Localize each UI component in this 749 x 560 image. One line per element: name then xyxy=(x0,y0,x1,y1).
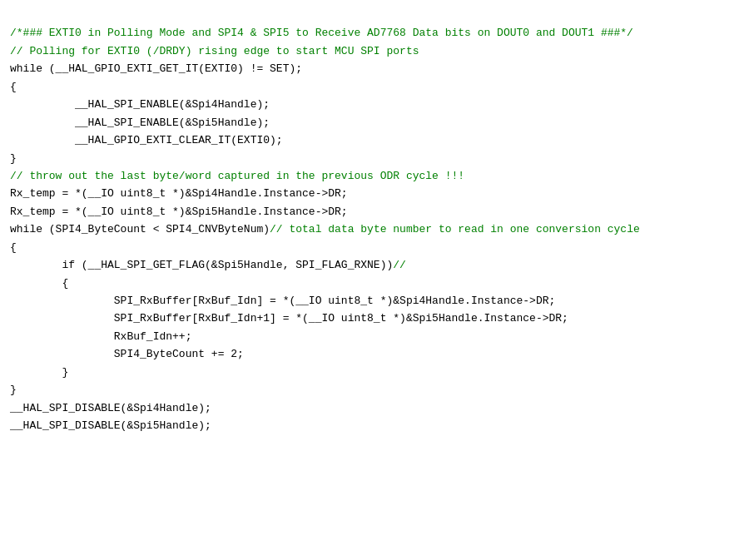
code-line: if (__HAL_SPI_GET_FLAG(&Spi5Handle, SPI_… xyxy=(10,256,739,274)
code-line: while (__HAL_GPIO_EXTI_GET_IT(EXTI0) != … xyxy=(10,60,739,77)
code-segment: while (SPI4_ByteCount < SPI4_CNVByteNum) xyxy=(10,223,270,235)
code-line: __HAL_SPI_ENABLE(&Spi4Handle); xyxy=(10,96,739,113)
code-segment: // total data byte number to read in one… xyxy=(270,223,640,235)
code-line: { xyxy=(10,239,739,256)
code-line: Rx_temp = *(__IO uint8_t *)&Spi4Handle.I… xyxy=(10,185,739,202)
code-segment: // xyxy=(393,259,406,271)
code-line: SPI_RxBuffer[RxBuf_Idn] = *(__IO uint8_t… xyxy=(10,292,739,310)
code-line: { xyxy=(10,78,739,96)
code-line: } xyxy=(10,364,739,381)
code-line: Rx_temp = *(__IO uint8_t *)&Spi5Handle.I… xyxy=(10,203,739,221)
code-line: // Polling for EXTI0 (/DRDY) rising edge… xyxy=(10,42,739,60)
code-line: __HAL_SPI_DISABLE(&Spi4Handle); xyxy=(10,399,739,417)
code-line: // throw out the last byte/word captured… xyxy=(10,167,739,185)
code-line: while (SPI4_ByteCount < SPI4_CNVByteNum)… xyxy=(10,221,739,238)
code-line: /*### EXTI0 in Polling Mode and SPI4 & S… xyxy=(10,24,739,42)
code-container: /*### EXTI0 in Polling Mode and SPI4 & S… xyxy=(10,7,739,435)
code-line: } xyxy=(10,150,739,167)
code-line: SPI4_ByteCount += 2; xyxy=(10,345,739,363)
code-line: RxBuf_Idn++; xyxy=(10,328,739,345)
code-line: __HAL_SPI_DISABLE(&Spi5Handle); xyxy=(10,417,739,434)
code-line: SPI_RxBuffer[RxBuf_Idn+1] = *(__IO uint8… xyxy=(10,310,739,327)
code-line: } xyxy=(10,381,739,399)
code-segment: if (__HAL_SPI_GET_FLAG(&Spi5Handle, SPI_… xyxy=(10,259,393,271)
code-line: { xyxy=(10,275,739,292)
code-line: __HAL_GPIO_EXTI_CLEAR_IT(EXTI0); xyxy=(10,131,739,149)
code-line: __HAL_SPI_ENABLE(&Spi5Handle); xyxy=(10,114,739,131)
